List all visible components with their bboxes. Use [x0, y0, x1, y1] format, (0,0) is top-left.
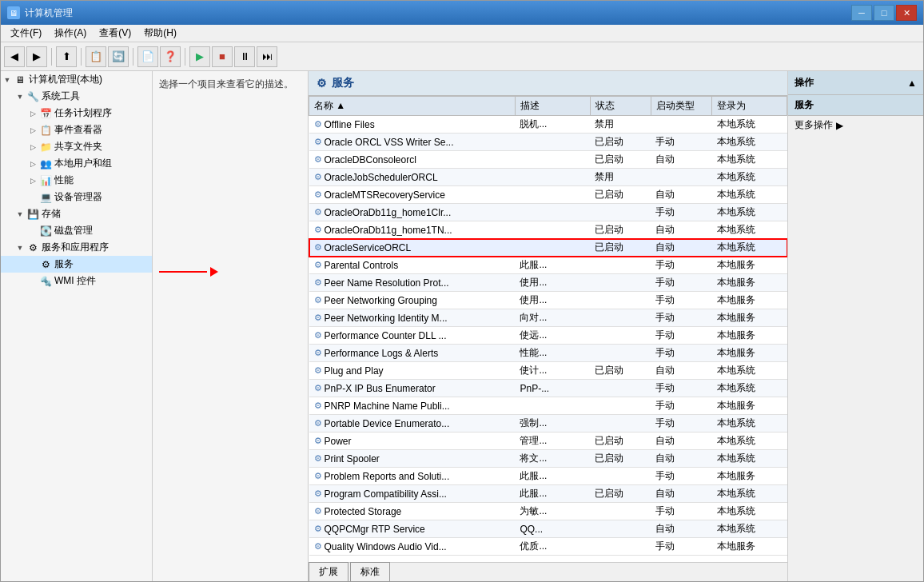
table-row[interactable]: ⚙Peer Networking Grouping使用...手动本地服务	[309, 292, 787, 309]
service-status-cell	[590, 520, 651, 538]
table-row[interactable]: ⚙Performance Logs & Alerts性能...手动本地服务	[309, 345, 787, 362]
table-row[interactable]: ⚙Offline Files脱机...禁用本地系统	[309, 116, 787, 134]
stop-service-button[interactable]: ■	[212, 46, 233, 67]
tree-shared-folders[interactable]: ▷ 📁 共享文件夹	[1, 138, 152, 155]
table-row[interactable]: ⚙QQPCMgr RTP ServiceQQ...自动本地系统	[309, 520, 787, 538]
export-button[interactable]: 📄	[137, 46, 158, 67]
col-desc[interactable]: 描述	[515, 97, 590, 116]
service-login-cell: 本地系统	[712, 221, 787, 239]
service-startup-cell: 手动	[651, 380, 711, 397]
close-button[interactable]: ✕	[896, 5, 917, 21]
back-button[interactable]: ◀	[4, 46, 25, 67]
service-name-cell: ⚙Print Spooler	[309, 450, 516, 468]
table-row[interactable]: ⚙Peer Name Resolution Prot...使用...手动本地服务	[309, 274, 787, 292]
show-hide-button[interactable]: 📋	[86, 46, 106, 67]
tree-wmi[interactable]: 🔩 WMI 控件	[1, 273, 152, 289]
table-row[interactable]: ⚙OracleServiceORCL已启动自动本地系统	[309, 239, 787, 257]
service-status-cell	[590, 380, 651, 397]
table-row[interactable]: ⚙Performance Counter DLL ...使远...手动本地服务	[309, 327, 787, 345]
tree-services[interactable]: ⚙ 服务	[1, 256, 152, 273]
tree-local-users[interactable]: ▷ 👥 本地用户和组	[1, 155, 152, 172]
table-row[interactable]: ⚙PnP-X IP Bus EnumeratorPnP-...手动本地系统	[309, 380, 787, 397]
tree-event-viewer-label: 事件查看器	[54, 123, 102, 137]
more-actions-button[interactable]: 更多操作 ▶	[788, 116, 923, 134]
col-startup[interactable]: 启动类型	[651, 97, 711, 116]
table-row[interactable]: ⚙Oracle ORCL VSS Writer Se...已启动手动本地系统	[309, 134, 787, 151]
tree-device-manager[interactable]: 💻 设备管理器	[1, 189, 152, 205]
pause-service-button[interactable]: ⏸	[234, 46, 255, 67]
tree-storage-label: 存储	[42, 207, 61, 221]
tree-services-apps[interactable]: ▼ ⚙ 服务和应用程序	[1, 239, 152, 256]
service-status-cell	[590, 503, 651, 520]
menu-view[interactable]: 查看(V)	[93, 25, 137, 42]
service-desc-cell: 性能...	[515, 345, 590, 362]
table-row[interactable]: ⚙Plug and Play使计...已启动自动本地系统	[309, 362, 787, 380]
refresh-button[interactable]: 🔄	[108, 46, 129, 67]
services-table: 名称 ▲ 描述 状态 启动类型 登录为 ⚙Offline Files脱机...禁…	[309, 96, 787, 556]
table-row[interactable]: ⚙Print Spooler将文...已启动自动本地系统	[309, 450, 787, 468]
forward-button[interactable]: ▶	[26, 46, 47, 67]
tree-performance[interactable]: ▷ 📊 性能	[1, 172, 152, 189]
tree-task-scheduler[interactable]: ▷ 📅 任务计划程序	[1, 105, 152, 122]
service-status-cell	[590, 204, 651, 221]
maximize-button[interactable]: □	[874, 5, 894, 21]
expand-shared-folders: ▷	[26, 143, 39, 151]
table-row[interactable]: ⚙Power管理...已启动自动本地系统	[309, 433, 787, 450]
service-desc-cell: 优质...	[515, 538, 590, 556]
storage-icon: 💾	[26, 208, 39, 221]
service-desc-cell	[515, 239, 590, 257]
service-startup-cell: 自动	[651, 485, 711, 503]
service-status-cell	[590, 397, 651, 415]
tree-performance-label: 性能	[54, 173, 74, 187]
service-status-cell	[590, 327, 651, 345]
tab-expand[interactable]: 扩展	[309, 562, 348, 581]
service-name-cell: ⚙Peer Networking Identity M...	[309, 309, 516, 327]
service-desc-cell: 使用...	[515, 292, 590, 309]
tab-standard[interactable]: 标准	[350, 562, 390, 581]
help-button[interactable]: ❓	[160, 46, 181, 67]
services-table-container[interactable]: 名称 ▲ 描述 状态 启动类型 登录为 ⚙Offline Files脱机...禁…	[309, 96, 787, 562]
menu-file[interactable]: 文件(F)	[4, 25, 48, 42]
table-row[interactable]: ⚙Portable Device Enumerato...强制...手动本地系统	[309, 415, 787, 433]
tree-wmi-label: WMI 控件	[54, 274, 96, 288]
up-button[interactable]: ⬆	[56, 46, 77, 67]
menu-action[interactable]: 操作(A)	[48, 25, 93, 42]
start-service-button[interactable]: ▶	[189, 46, 210, 67]
table-row[interactable]: ⚙OracleDBConsoleorcl已启动自动本地系统	[309, 151, 787, 169]
table-row[interactable]: ⚙Program Compatibility Assi...此服...已启动自动…	[309, 485, 787, 503]
services-header-icon: ⚙	[317, 77, 327, 90]
tree-disk-management[interactable]: 💽 磁盘管理	[1, 222, 152, 239]
service-status-cell	[590, 468, 651, 485]
menu-help[interactable]: 帮助(H)	[137, 25, 183, 42]
table-row[interactable]: ⚙Protected Storage为敏...手动本地系统	[309, 503, 787, 520]
table-row[interactable]: ⚙PNRP Machine Name Publi...手动本地服务	[309, 397, 787, 415]
tree-root[interactable]: ▼ 🖥 计算机管理(本地)	[1, 71, 152, 88]
resume-service-button[interactable]: ⏭	[257, 46, 277, 67]
service-login-cell: 本地系统	[712, 450, 787, 468]
table-row[interactable]: ⚙OracleOraDb11g_home1TN...已启动自动本地系统	[309, 221, 787, 239]
table-row[interactable]: ⚙OracleMTSRecoveryService已启动自动本地系统	[309, 186, 787, 204]
tree-task-scheduler-label: 任务计划程序	[54, 106, 112, 120]
minimize-button[interactable]: ─	[851, 5, 872, 21]
table-row[interactable]: ⚙Quality Windows Audio Vid...优质...手动本地服务	[309, 538, 787, 556]
table-row[interactable]: ⚙Peer Networking Identity M...向对...手动本地服…	[309, 309, 787, 327]
tree-system-tools[interactable]: ▼ 🔧 系统工具	[1, 88, 152, 105]
service-startup-cell: 手动	[651, 397, 711, 415]
service-startup-cell: 手动	[651, 134, 711, 151]
table-row[interactable]: ⚙Problem Reports and Soluti...此服...手动本地服…	[309, 468, 787, 485]
col-name[interactable]: 名称 ▲	[309, 97, 516, 116]
col-login[interactable]: 登录为	[712, 97, 787, 116]
tree-event-viewer[interactable]: ▷ 📋 事件查看器	[1, 122, 152, 138]
table-row[interactable]: ⚙OracleJobSchedulerORCL禁用本地系统	[309, 169, 787, 186]
service-name-cell: ⚙Performance Logs & Alerts	[309, 345, 516, 362]
service-name-cell: ⚙OracleDBConsoleorcl	[309, 151, 516, 169]
bottom-tabs: 扩展 标准	[309, 562, 787, 581]
tree-storage[interactable]: ▼ 💾 存储	[1, 205, 152, 222]
tree-disk-management-label: 磁盘管理	[54, 224, 93, 237]
service-startup-cell: 手动	[651, 257, 711, 274]
service-desc-cell	[515, 134, 590, 151]
service-name-cell: ⚙Peer Networking Grouping	[309, 292, 516, 309]
col-status[interactable]: 状态	[590, 97, 651, 116]
table-row[interactable]: ⚙Parental Controls此服...手动本地服务	[309, 257, 787, 274]
table-row[interactable]: ⚙OracleOraDb11g_home1Clr...手动本地系统	[309, 204, 787, 221]
